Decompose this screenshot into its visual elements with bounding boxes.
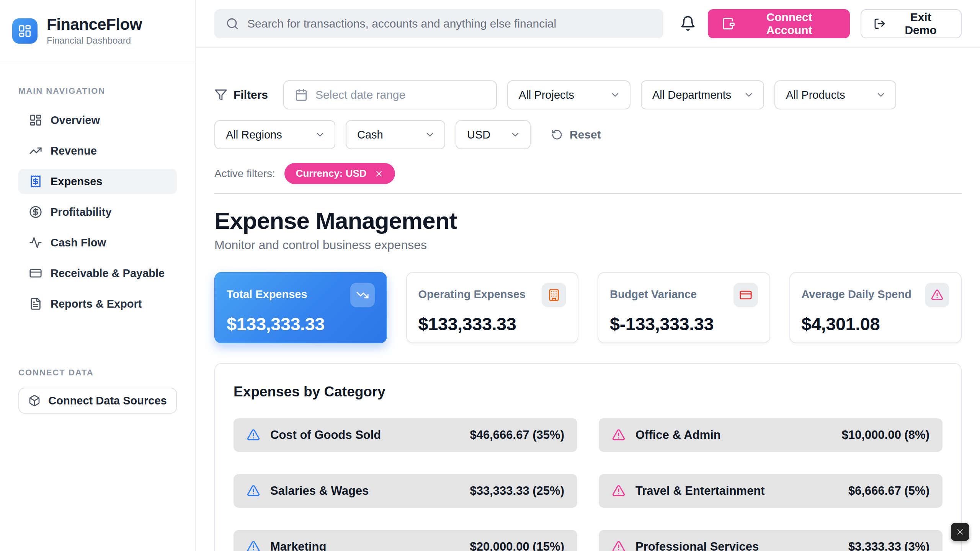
connect-data-sources-label: Connect Data Sources	[48, 395, 167, 407]
category-amount: $6,666.67 (5%)	[848, 484, 929, 498]
brand-text: FinanceFlow Financial Dashboard	[47, 16, 142, 46]
date-range-placeholder: Select date range	[315, 88, 405, 101]
stat-card-icon	[547, 289, 560, 302]
stat-card-value: $-133,333.33	[610, 313, 758, 334]
stat-card[interactable]: Operating Expenses $133,333.33	[406, 272, 579, 343]
filter-select-value: All Projects	[519, 89, 574, 101]
stat-card-label: Total Expenses	[227, 288, 307, 301]
sidebar-item-icon	[29, 267, 42, 280]
search-box[interactable]	[214, 9, 663, 38]
page-title: Expense Management	[214, 207, 962, 234]
notifications-button[interactable]	[679, 15, 697, 33]
filters-row-1: Filters Select date range All Projects A…	[214, 80, 962, 109]
stat-card-icon	[739, 289, 752, 302]
expenses-by-category-panel: Expenses by Category Cost of Goods Sold …	[214, 363, 962, 551]
sidebar-item[interactable]: Cash Flow	[18, 230, 177, 255]
category-row: Cost of Goods Sold $46,666.67 (35%)	[234, 418, 577, 452]
connect-account-label: Connect Account	[742, 11, 836, 37]
sidebar-item[interactable]: Receivable & Payable	[18, 261, 177, 286]
sidebar-item[interactable]: Expenses	[18, 169, 177, 194]
calendar-icon	[295, 88, 308, 101]
sidebar-item-icon	[29, 205, 42, 218]
active-filters-row: Active filters: Currency: USD	[214, 163, 962, 184]
sidebar-item[interactable]: Revenue	[18, 138, 177, 163]
category-amount: $46,666.67 (35%)	[470, 428, 564, 442]
filter-select[interactable]: All Projects	[507, 80, 630, 109]
filters-row-2: All Regions Cash USD Reset	[214, 120, 962, 149]
stat-card[interactable]: Average Daily Spend $4,301.08	[789, 272, 962, 343]
stat-card-value: $133,333.33	[227, 313, 375, 334]
brand-subtitle: Financial Dashboard	[47, 35, 142, 46]
sidebar-item-label: Expenses	[51, 175, 102, 188]
main-column: Connect Account Exit Demo Filters Select…	[196, 0, 980, 551]
brand-name: FinanceFlow	[47, 16, 142, 33]
category-amount: $20,000.00 (15%)	[470, 540, 564, 551]
category-name: Cost of Goods Sold	[270, 428, 381, 442]
filter-funnel-icon	[214, 88, 227, 101]
stat-card-icon-chip	[733, 283, 758, 307]
warning-triangle-icon	[612, 540, 626, 551]
stat-card-value: $133,333.33	[418, 313, 567, 334]
remove-filter-icon[interactable]	[374, 169, 384, 178]
stat-card-label: Budget Variance	[610, 288, 697, 301]
search-input[interactable]	[247, 17, 652, 30]
stat-card[interactable]: Budget Variance $-133,333.33	[598, 272, 770, 343]
stat-card[interactable]: Total Expenses $133,333.33	[214, 272, 387, 343]
sidebar-item[interactable]: Overview	[18, 108, 177, 133]
stat-card-icon	[931, 289, 944, 302]
stat-card-icon	[356, 289, 369, 302]
warning-triangle-icon	[247, 428, 260, 442]
content-area: Filters Select date range All Projects A…	[196, 48, 980, 551]
filter-select[interactable]: All Regions	[214, 120, 335, 149]
chevron-down-icon	[510, 129, 521, 140]
sidebar-item-icon	[29, 144, 42, 157]
search-icon	[226, 17, 239, 30]
sidebar-item[interactable]: Reports & Export	[18, 291, 177, 316]
sidebar-item-icon	[29, 236, 42, 249]
filter-select-value: Cash	[357, 129, 383, 141]
stat-card-label: Average Daily Spend	[802, 288, 911, 301]
close-icon	[956, 527, 965, 536]
nav-section-label: MAIN NAVIGATION	[0, 86, 195, 96]
page-subtitle: Monitor and control business expenses	[214, 238, 962, 252]
stat-card-label: Operating Expenses	[418, 288, 526, 301]
stat-card-icon-chip	[925, 283, 949, 307]
category-grid: Cost of Goods Sold $46,666.67 (35%) Offi…	[234, 418, 942, 551]
chevron-down-icon	[743, 90, 754, 100]
filter-select[interactable]: All Departments	[641, 80, 764, 109]
warning-triangle-icon	[612, 428, 626, 442]
filter-select[interactable]: Cash	[346, 120, 445, 149]
filter-select-value: USD	[467, 129, 490, 141]
section-divider	[214, 193, 962, 194]
connect-data-sources-button[interactable]: Connect Data Sources	[18, 388, 177, 414]
filter-select[interactable]: USD	[456, 120, 531, 149]
sidebar-item-label: Reports & Export	[51, 298, 142, 310]
connect-account-button[interactable]: Connect Account	[708, 9, 850, 38]
category-row: Office & Admin $10,000.00 (8%)	[599, 418, 942, 452]
exit-demo-button[interactable]: Exit Demo	[861, 9, 962, 38]
stat-card-top: Average Daily Spend	[802, 283, 950, 307]
panel-title: Expenses by Category	[234, 384, 942, 400]
category-name: Marketing	[270, 540, 326, 551]
category-row: Salaries & Wages $33,333.33 (25%)	[234, 474, 577, 508]
stat-card-top: Total Expenses	[227, 283, 375, 307]
log-out-icon	[874, 18, 886, 30]
active-filter-chip-currency[interactable]: Currency: USD	[284, 163, 395, 184]
category-amount: $3,333.33 (3%)	[848, 540, 929, 551]
chevron-down-icon	[610, 90, 621, 100]
wallet-icon	[722, 17, 735, 31]
chevron-down-icon	[425, 129, 435, 140]
filter-select[interactable]: All Products	[774, 80, 896, 109]
sidebar-item-label: Overview	[51, 114, 100, 127]
sidebar-item[interactable]: Profitability	[18, 199, 177, 225]
sidebar-item-icon	[29, 114, 42, 127]
filters-label: Filters	[234, 88, 268, 101]
filter-select-value: All Regions	[226, 129, 282, 141]
topbar: Connect Account Exit Demo	[196, 0, 980, 48]
chevron-down-icon	[315, 129, 325, 140]
date-range-input[interactable]: Select date range	[283, 80, 497, 109]
stat-card-value: $4,301.08	[802, 313, 950, 334]
reset-filters-button[interactable]: Reset	[551, 128, 601, 141]
close-overlay-button[interactable]	[951, 523, 969, 541]
category-row: Professional Services $3,333.33 (3%)	[599, 530, 942, 551]
